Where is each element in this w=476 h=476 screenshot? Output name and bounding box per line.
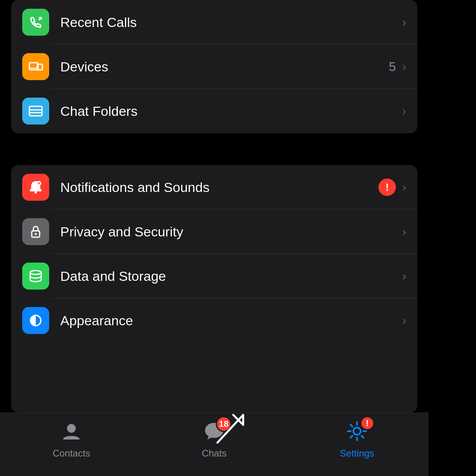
sidebar-item-recent-calls[interactable]: Recent Calls › [11, 0, 417, 44]
svg-point-15 [353, 428, 361, 435]
section-spacer [0, 149, 428, 165]
appearance-icon [22, 307, 49, 334]
svg-line-21 [362, 436, 364, 438]
recent-calls-label: Recent Calls [60, 15, 402, 30]
screen: Recent Calls › Devices 5 › [0, 0, 428, 476]
recent-calls-chevron: › [402, 16, 406, 28]
data-storage-icon [22, 263, 49, 290]
svg-line-24 [217, 415, 243, 443]
arrow-annotation [209, 403, 257, 452]
devices-chevron: › [402, 61, 406, 73]
privacy-label: Privacy and Security [60, 224, 402, 240]
contacts-icon [61, 420, 82, 443]
svg-line-20 [351, 425, 353, 427]
svg-point-10 [35, 233, 37, 235]
notifications-label: Notifications and Sounds [60, 180, 378, 195]
sidebar-item-notifications[interactable]: Notifications and Sounds ! › [11, 165, 417, 209]
recent-calls-icon [22, 9, 49, 36]
svg-point-6 [35, 191, 37, 194]
chat-folders-label: Chat Folders [60, 104, 402, 119]
contacts-tab-label: Contacts [53, 448, 90, 459]
sidebar-item-data-storage[interactable]: Data and Storage › [11, 254, 417, 298]
sidebar-item-privacy[interactable]: Privacy and Security › [11, 209, 417, 254]
privacy-icon [22, 218, 49, 245]
devices-label: Devices [60, 59, 389, 75]
sidebar-item-appearance[interactable]: Appearance › [11, 298, 417, 343]
sidebar-item-devices[interactable]: Devices 5 › [11, 44, 417, 89]
data-storage-label: Data and Storage [60, 269, 402, 284]
settings-tab-label: Settings [340, 448, 374, 459]
sidebar-item-chat-folders[interactable]: Chat Folders › [11, 89, 417, 133]
top-card: Recent Calls › Devices 5 › [11, 0, 417, 133]
svg-line-22 [351, 436, 353, 438]
chat-folders-icon [22, 98, 49, 125]
bottom-card: Notifications and Sounds ! › Privacy and… [11, 165, 417, 413]
svg-point-11 [30, 271, 41, 274]
tab-settings[interactable]: ! Settings [286, 420, 428, 459]
svg-rect-3 [29, 106, 42, 116]
appearance-chevron: › [402, 315, 406, 326]
tab-bar: Contacts 18 Chats [0, 413, 428, 476]
devices-value: 5 [389, 60, 396, 74]
tab-contacts[interactable]: Contacts [0, 420, 143, 459]
privacy-chevron: › [402, 226, 406, 238]
appearance-label: Appearance [60, 313, 402, 328]
settings-icon-wrap: ! [344, 420, 370, 444]
notifications-chevron: › [402, 181, 406, 193]
notifications-alert-badge: ! [378, 178, 396, 196]
settings-alert-badge: ! [360, 416, 374, 430]
contacts-icon-wrap [58, 420, 85, 444]
devices-icon [22, 53, 49, 80]
svg-point-14 [67, 424, 76, 433]
data-storage-chevron: › [402, 270, 406, 282]
notifications-icon [22, 174, 49, 201]
chat-folders-chevron: › [402, 105, 406, 117]
